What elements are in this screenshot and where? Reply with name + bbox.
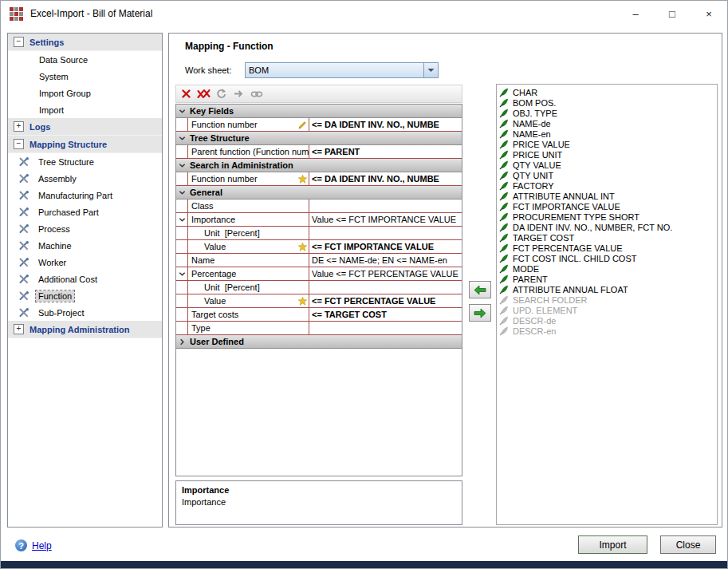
sidebar-item-function[interactable]: Function — [8, 287, 162, 304]
sidebar-item-import-group[interactable]: Import Group — [8, 85, 162, 101]
sidebar-item-manufacturing-part[interactable]: Manufacturing Part — [8, 187, 162, 203]
field-item-upd-element[interactable]: UPD. ELEMENT — [499, 305, 717, 315]
unmap-field-button[interactable] — [469, 304, 491, 322]
sidebar-item-worker[interactable]: Worker — [8, 254, 162, 271]
sidebar-item-tree-structure[interactable]: Tree Structure — [8, 153, 162, 170]
feather-icon — [499, 109, 510, 118]
field-item-name-en[interactable]: NAME-en — [499, 128, 717, 139]
field-item-descr-de[interactable]: DESCR-de — [499, 315, 717, 326]
sidebar-item-purchased-part[interactable]: Purchased Part — [8, 203, 162, 220]
field-item-fct-percentage-value[interactable]: FCT PERCENTAGE VALUE — [499, 243, 717, 253]
sidebar-item-assembly[interactable]: Assembly — [8, 170, 162, 187]
sidebar-item-additional-cost[interactable]: Additional Cost — [8, 271, 162, 287]
mapping-row-value[interactable]: Value<= FCT PERCENTAGE VALUE — [176, 294, 462, 308]
sidebar-group-mapping-administration[interactable]: +Mapping Administration — [8, 321, 162, 338]
field-item-qty-unit[interactable]: QTY UNIT — [499, 170, 717, 180]
expand-icon[interactable]: + — [14, 121, 24, 132]
taskbar-strip — [1, 561, 727, 568]
delete-mapping-icon[interactable] — [179, 86, 194, 101]
field-name-cell: Name — [188, 254, 309, 267]
field-item-char[interactable]: CHAR — [499, 87, 717, 97]
grid-section-search-in-administration[interactable]: Search in Administration — [176, 159, 462, 172]
grid-section-user-defined[interactable]: User Defined — [176, 335, 462, 349]
auto-assign-icon[interactable] — [214, 86, 229, 101]
mapping-row-value[interactable]: Value<= FCT IMPORTANCE VALUE — [176, 240, 462, 254]
mapping-row-parent-function-function-num[interactable]: Parent function (Function num<= PARENT — [176, 145, 462, 159]
chevron-right-icon[interactable] — [176, 338, 188, 346]
import-button[interactable]: Import — [578, 535, 647, 554]
field-item-target-cost[interactable]: TARGET COST — [499, 232, 717, 243]
collapse-icon[interactable]: − — [14, 139, 24, 149]
chevron-down-icon[interactable] — [176, 108, 188, 115]
field-item-da-ident-inv-no-number-fct-no[interactable]: DA IDENT INV. NO., NUMBER, FCT NO. — [499, 222, 717, 232]
grid-section-tree-structure[interactable]: Tree Structure — [176, 132, 462, 145]
chevron-down-icon[interactable] — [176, 213, 188, 226]
mapping-row-function-number[interactable]: Function number<= DA IDENT INV. NO., NUM… — [176, 118, 462, 132]
chevron-down-icon[interactable] — [176, 162, 188, 169]
field-item-price-unit[interactable]: PRICE UNIT — [499, 149, 717, 160]
mapping-row-importance[interactable]: ImportanceValue <= FCT IMPORTANCE VALUE — [176, 213, 462, 227]
sidebar-item-import[interactable]: Import — [8, 101, 162, 118]
sidebar-item-data-source[interactable]: Data Source — [8, 51, 162, 68]
combo-dropdown-button[interactable] — [423, 63, 438, 77]
field-item-obj-type[interactable]: OBJ. TYPE — [499, 108, 717, 118]
field-item-procurement-type-short[interactable]: PROCUREMENT TYPE SHORT — [499, 211, 717, 222]
mapping-row-function-number[interactable]: Function number<= DA IDENT INV. NO., NUM… — [176, 172, 462, 186]
chevron-down-icon[interactable] — [176, 135, 188, 142]
mapping-row-unit-percent[interactable]: Unit [Percent] — [176, 227, 462, 240]
expand-icon[interactable]: + — [14, 324, 24, 334]
mapping-row-class[interactable]: Class — [176, 200, 462, 213]
sidebar-group-logs[interactable]: +Logs — [8, 118, 162, 136]
field-item-search-folder[interactable]: SEARCH FOLDER — [499, 294, 717, 305]
chevron-down-icon[interactable] — [176, 267, 188, 280]
assign-icon[interactable] — [231, 86, 246, 101]
mapping-row-unit-percent[interactable]: Unit [Percent] — [176, 281, 462, 294]
map-field-button[interactable] — [469, 281, 491, 298]
field-item-qty-value[interactable]: QTY VALUE — [499, 160, 717, 170]
field-item-parent[interactable]: PARENT — [499, 274, 717, 284]
field-item-bom-pos[interactable]: BOM POS. — [499, 97, 717, 108]
maximize-button[interactable]: □ — [654, 1, 691, 26]
minimize-button[interactable]: – — [617, 1, 654, 26]
field-item-label: FCT PERCENTAGE VALUE — [513, 243, 623, 253]
link-icon[interactable] — [249, 86, 264, 101]
tools-icon — [19, 190, 31, 200]
tools-icon — [19, 307, 31, 318]
grid-section-key-fields[interactable]: Key Fields — [176, 105, 462, 118]
field-item-mode[interactable]: MODE — [499, 263, 717, 274]
sidebar-group-settings[interactable]: −Settings — [8, 34, 162, 51]
help-link[interactable]: ? Help — [15, 539, 52, 551]
star-icon — [298, 175, 307, 184]
close-window-button[interactable]: × — [691, 1, 727, 26]
field-item-descr-en[interactable]: DESCR-en — [499, 326, 717, 336]
grid-section-general[interactable]: General — [176, 186, 462, 200]
page-title: Mapping - Function — [185, 41, 273, 52]
collapse-icon[interactable]: − — [14, 37, 24, 47]
field-item-attribute-annual-int[interactable]: ATTRIBUTE ANNUAL INT — [499, 191, 717, 201]
mapped-value-cell — [309, 200, 462, 212]
sidebar-item-machine[interactable]: Machine — [8, 237, 162, 254]
row-gutter — [176, 322, 188, 334]
close-button[interactable]: Close — [660, 535, 716, 554]
mapping-row-percentage[interactable]: PercentageValue <= FCT PERCENTAGE VALUE — [176, 267, 462, 281]
mapping-row-name[interactable]: NameDE <= NAME-de; EN <= NAME-en — [176, 254, 462, 267]
field-item-attribute-annual-float[interactable]: ATTRIBUTE ANNUAL FLOAT — [499, 284, 717, 294]
sidebar-group-mapping-structure[interactable]: −Mapping Structure — [8, 136, 162, 153]
field-item-fct-cost-incl-child-cost[interactable]: FCT COST INCL. CHILD COST — [499, 253, 717, 263]
feather-icon — [499, 140, 510, 149]
field-item-factory[interactable]: FACTORY — [499, 180, 717, 191]
sidebar-item-process[interactable]: Process — [8, 220, 162, 237]
mapping-row-target-costs[interactable]: Target costs<= TARGET COST — [176, 308, 462, 322]
row-gutter — [176, 294, 188, 307]
worksheet-combobox[interactable]: BOM — [245, 62, 439, 78]
field-item-label: PRICE UNIT — [513, 150, 562, 160]
delete-all-mappings-icon[interactable] — [196, 86, 211, 101]
grid-section-label: General — [188, 188, 222, 197]
sidebar-item-system[interactable]: System — [8, 68, 162, 85]
field-item-fct-importance-value[interactable]: FCT IMPORTANCE VALUE — [499, 201, 717, 211]
field-item-price-value[interactable]: PRICE VALUE — [499, 139, 717, 149]
chevron-down-icon[interactable] — [176, 189, 188, 196]
mapping-row-type[interactable]: Type — [176, 322, 462, 335]
sidebar-item-sub-project[interactable]: Sub-Project — [8, 304, 162, 321]
field-item-name-de[interactable]: NAME-de — [499, 118, 717, 128]
